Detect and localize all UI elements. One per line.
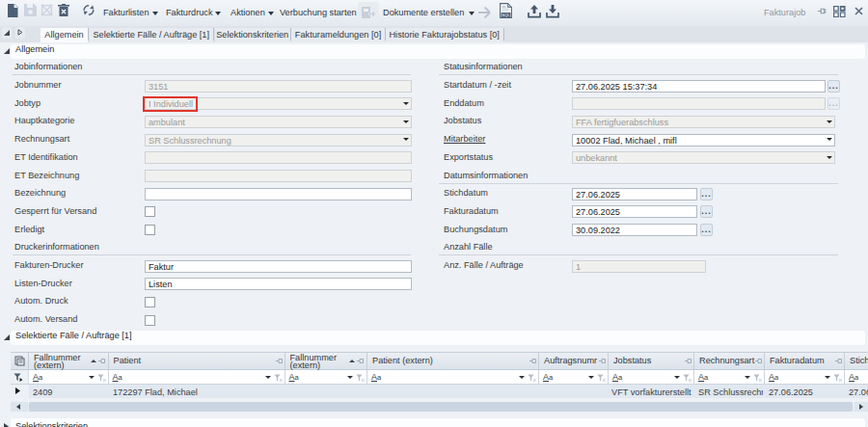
svg-text:SQL: SQL: [502, 13, 510, 17]
